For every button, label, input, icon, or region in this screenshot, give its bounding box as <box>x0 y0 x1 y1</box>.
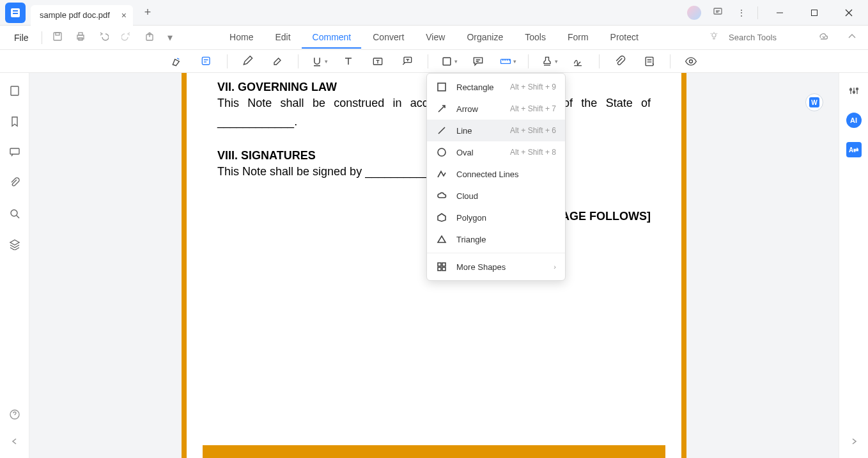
note-tool[interactable] <box>192 52 221 71</box>
search-panel-icon[interactable] <box>6 205 24 223</box>
collapse-right-icon[interactable] <box>845 432 863 450</box>
user-avatar[interactable] <box>687 6 701 20</box>
arrow-icon <box>436 103 447 114</box>
svg-rect-35 <box>442 267 446 271</box>
more-shapes[interactable]: More Shapes › <box>427 256 565 278</box>
svg-point-27 <box>849 89 851 91</box>
connected-lines-icon <box>436 168 447 180</box>
document-tab[interactable]: sample pdf doc.pdf × <box>31 5 133 26</box>
ai-icon[interactable]: AI <box>845 111 863 129</box>
shape-cloud[interactable]: Cloud <box>427 185 565 207</box>
polygon-icon <box>436 212 447 223</box>
svg-rect-18 <box>443 58 451 65</box>
collapse-icon[interactable] <box>841 28 863 47</box>
signature-tool[interactable] <box>564 52 593 71</box>
properties-icon[interactable] <box>845 82 863 100</box>
shape-arrow[interactable]: Arrow Alt + Shift + 7 <box>427 98 565 120</box>
save-icon[interactable] <box>46 28 69 48</box>
svg-point-29 <box>856 88 858 90</box>
attachments-panel-icon[interactable] <box>6 174 24 192</box>
tab-comment[interactable]: Comment <box>302 27 362 49</box>
eraser-tool[interactable] <box>263 52 291 71</box>
svg-rect-22 <box>11 86 19 95</box>
right-sidebar: AI A⇄ <box>839 73 868 458</box>
feedback-icon[interactable] <box>710 4 725 21</box>
undo-icon[interactable] <box>92 28 115 48</box>
svg-rect-9 <box>56 33 59 35</box>
redo-icon[interactable] <box>115 28 138 48</box>
tab-edit[interactable]: Edit <box>265 27 300 49</box>
textbox-tool[interactable] <box>364 52 392 71</box>
help-icon[interactable] <box>6 406 24 423</box>
page-footer: +1(555)34-34322 contact@larsen.co <box>203 445 665 458</box>
svg-point-28 <box>853 91 855 93</box>
tab-organize[interactable]: Organize <box>456 27 513 49</box>
oval-icon <box>436 146 447 158</box>
tab-home[interactable]: Home <box>219 27 263 49</box>
tab-title: sample pdf doc.pdf <box>40 10 110 20</box>
bookmark-icon[interactable] <box>6 113 24 130</box>
tab-protect[interactable]: Protect <box>600 27 649 49</box>
close-tab-icon[interactable]: × <box>121 10 127 20</box>
tab-convert[interactable]: Convert <box>362 27 414 49</box>
highlight-tool[interactable] <box>163 52 191 71</box>
form-tool[interactable] <box>635 52 663 71</box>
search-tools-input[interactable] <box>729 33 805 42</box>
attachment-tool[interactable] <box>606 52 634 71</box>
titlebar: sample pdf doc.pdf × + ⋮ <box>0 0 868 26</box>
close-window-button[interactable] <box>836 3 862 23</box>
shape-polygon[interactable]: Polygon <box>427 207 565 228</box>
shape-line[interactable]: Line Alt + Shift + 6 <box>427 120 565 141</box>
svg-rect-5 <box>812 10 818 15</box>
cloud-sync-icon[interactable] <box>812 28 835 48</box>
shapes-dropdown: Rectangle Alt + Shift + 9 Arrow Alt + Sh… <box>426 73 566 281</box>
dropdown-icon[interactable]: ▾ <box>161 28 179 47</box>
share-icon[interactable] <box>138 28 161 48</box>
tab-tools[interactable]: Tools <box>515 27 556 49</box>
chevron-right-icon: › <box>554 263 556 271</box>
maximize-button[interactable] <box>802 3 827 23</box>
svg-rect-33 <box>442 263 446 266</box>
svg-rect-34 <box>438 267 441 271</box>
hide-comments-tool[interactable] <box>677 52 705 71</box>
underline-tool[interactable]: ▾ <box>305 52 333 71</box>
shape-rectangle[interactable]: Rectangle Alt + Shift + 9 <box>427 76 565 98</box>
svg-rect-15 <box>202 57 210 65</box>
add-tab-button[interactable]: + <box>139 3 157 22</box>
translate-icon[interactable]: A⇄ <box>845 141 863 159</box>
stamp-tool[interactable]: ▾ <box>535 52 563 71</box>
collapse-left-icon[interactable] <box>6 432 24 450</box>
triangle-icon <box>436 233 447 245</box>
shape-oval[interactable]: Oval Alt + Shift + 8 <box>427 141 565 163</box>
left-sidebar <box>0 73 29 458</box>
svg-rect-2 <box>13 13 18 14</box>
layers-icon[interactable] <box>6 235 24 253</box>
comment-balloon-tool[interactable] <box>464 52 492 71</box>
more-icon[interactable]: ⋮ <box>734 5 748 20</box>
print-icon[interactable] <box>69 28 92 48</box>
shape-triangle[interactable]: Triangle <box>427 228 565 250</box>
minimize-button[interactable] <box>767 3 793 23</box>
thumbnails-icon[interactable] <box>6 82 24 100</box>
pencil-tool[interactable] <box>234 52 262 71</box>
file-menu[interactable]: File <box>5 29 38 47</box>
rectangle-icon <box>436 81 447 93</box>
line-icon <box>436 125 447 136</box>
text-tool[interactable] <box>334 52 362 71</box>
shape-connected-lines[interactable]: Connected Lines <box>427 163 565 185</box>
comments-panel-icon[interactable] <box>6 143 24 161</box>
tab-view[interactable]: View <box>415 27 455 49</box>
comment-toolbar: ▾ ▾ ▾ ▾ <box>0 50 868 73</box>
cloud-icon <box>436 190 447 201</box>
svg-rect-32 <box>438 263 441 266</box>
search-bulb-icon <box>709 32 718 43</box>
measure-tool[interactable]: ▾ <box>493 52 522 71</box>
tab-form[interactable]: Form <box>557 27 599 49</box>
menubar: File ▾ Home Edit Comment Convert View Or… <box>0 26 868 50</box>
svg-rect-8 <box>54 33 61 40</box>
svg-point-21 <box>690 59 693 63</box>
shape-tool[interactable]: ▾ <box>435 52 463 71</box>
callout-tool[interactable] <box>393 52 421 71</box>
word-export-badge[interactable]: W <box>805 93 823 111</box>
svg-rect-23 <box>10 148 19 154</box>
